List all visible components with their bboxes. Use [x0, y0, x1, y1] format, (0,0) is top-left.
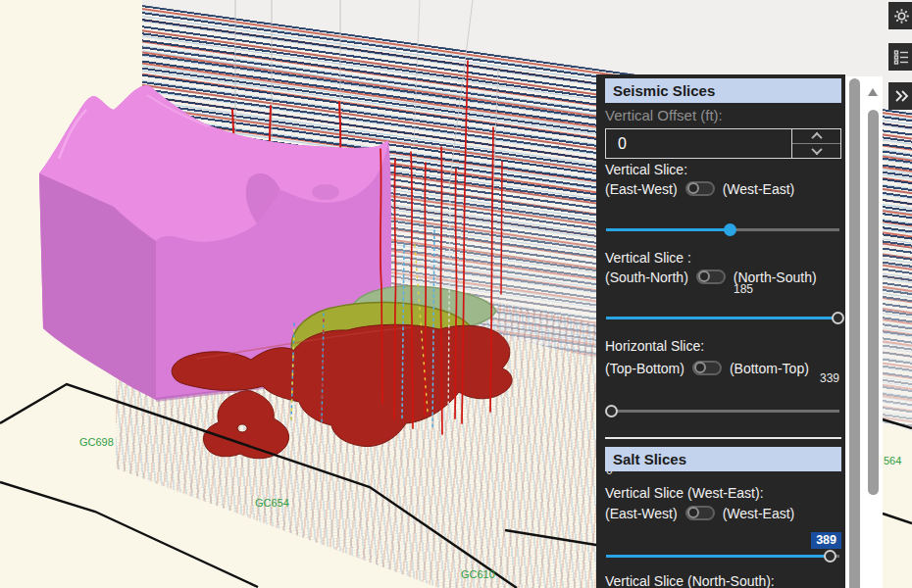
legend-button[interactable] — [888, 43, 912, 71]
horizontal-slice-slider[interactable] — [606, 404, 839, 417]
salt-dimple — [312, 184, 339, 200]
slider-track[interactable] — [606, 410, 839, 413]
slider-thumb[interactable] — [824, 550, 836, 563]
toggle-left-label: (East-West) — [605, 181, 678, 197]
slider-fill — [606, 228, 730, 231]
scrollbar-gutter — [845, 76, 883, 588]
direction-toggle[interactable] — [685, 506, 715, 520]
slices-control-panel: Seismic Slices Vertical Offset (ft): 0 V… — [596, 74, 845, 588]
vertical-slice-ns-slider[interactable] — [606, 311, 839, 324]
block-label-gc610: GC610 — [461, 568, 495, 580]
slider-thumb[interactable] — [724, 223, 736, 236]
gear-icon — [893, 8, 910, 24]
section-divider — [605, 437, 841, 439]
toggle-right-label: (Bottom-Top) — [730, 361, 809, 376]
toggle-left-label: (East-West) — [605, 506, 678, 521]
scrollbar-up-arrow[interactable] — [868, 88, 878, 96]
slider-thumb[interactable] — [832, 312, 844, 324]
chevron-down-icon — [811, 144, 822, 155]
toggle-left-label: (South-North) — [605, 270, 688, 285]
toggle-knob — [687, 507, 699, 518]
slider-thumb[interactable] — [605, 405, 618, 417]
salt-vertical-slice-we-slider[interactable] — [606, 549, 839, 563]
collapse-chevrons-icon — [892, 88, 910, 104]
vertical-slice-ns-toggle-row: (South-North) (North-South) — [605, 269, 841, 285]
direction-toggle[interactable] — [696, 270, 726, 284]
horizontal-slice-label: Horizontal Slice: — [605, 338, 841, 354]
slider-fill — [606, 555, 830, 558]
toggle-right-label: (North-South) — [734, 270, 817, 285]
direction-toggle[interactable] — [685, 181, 715, 196]
vertical-slice-ew-slider[interactable] — [606, 222, 839, 236]
stepper-up-button[interactable] — [792, 129, 840, 144]
page-scrollbar-thumb[interactable] — [868, 110, 879, 495]
toggle-right-label: (West-East) — [723, 181, 795, 197]
horizontal-slice-toggle-row: (Top-Bottom) (Bottom-Top) — [605, 360, 841, 376]
salt-vertical-slice-ns-label: Vertical Slice (North-South): — [605, 573, 841, 588]
app-window: GC698 GC654 GC610 564 Seismic Slices Ver… — [0, 0, 912, 588]
toggle-right-label: (West-East) — [723, 506, 795, 521]
settings-button[interactable] — [888, 2, 912, 29]
vertical-offset-label: Vertical Offset (ft): — [605, 107, 841, 123]
chevron-up-icon — [811, 132, 822, 143]
toggle-knob — [694, 362, 706, 373]
vertical-slice-ew-toggle-row: (East-West) (West-East) — [605, 180, 841, 197]
block-label-gc698: GC698 — [79, 436, 114, 448]
toggle-knob — [698, 270, 710, 282]
direction-toggle[interactable] — [692, 361, 722, 375]
salt-top-red-tongue — [203, 391, 288, 459]
vertical-offset-input[interactable]: 0 — [605, 128, 841, 159]
vertical-offset-stepper — [791, 129, 840, 158]
toggle-knob — [687, 182, 699, 194]
slider-fill — [606, 317, 839, 319]
vertical-offset-value[interactable]: 0 — [606, 129, 791, 158]
slider-value-badge-389: 389 — [811, 532, 841, 549]
salt-slices-header: Salt Slices — [605, 447, 841, 471]
vertical-slice-ew-label: Vertical Slice: — [605, 162, 841, 177]
vertical-slice-ns-label: Vertical Slice : — [605, 250, 841, 266]
salt-vertical-slice-we-toggle-row: (East-West) (West-East) — [605, 505, 841, 521]
stepper-down-button[interactable] — [792, 144, 840, 158]
seismic-slices-header: Seismic Slices — [605, 78, 841, 103]
legend-list-icon — [893, 49, 909, 65]
panel-scrollbar-thumb[interactable] — [849, 78, 860, 588]
block-label-gc654: GC654 — [255, 497, 289, 509]
block-label-564: 564 — [884, 455, 901, 466]
toggle-left-label: (Top-Bottom) — [605, 361, 684, 376]
collapse-panel-button[interactable] — [888, 82, 912, 110]
salt-vertical-slice-we-label: Vertical Slice (West-East): — [605, 485, 841, 501]
